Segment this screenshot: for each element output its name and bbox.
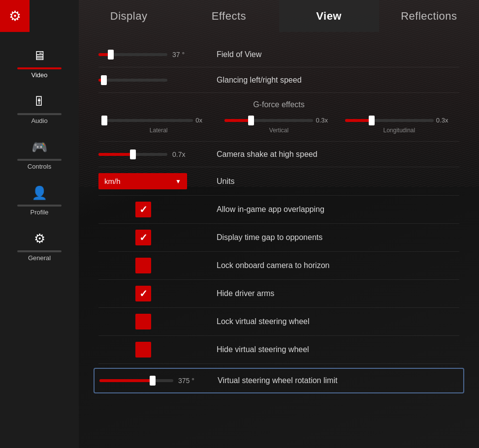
gforce-vertical-thumb[interactable] [248, 116, 254, 125]
gforce-longitudinal-fill [345, 119, 372, 122]
lock-steering-wheel-label: Lock virtual steering wheel [207, 317, 459, 326]
controls-bar [17, 159, 62, 161]
hide-driver-arms-checkbox[interactable]: ✓ [135, 286, 151, 301]
camera-shake-thumb[interactable] [130, 149, 136, 159]
hide-steering-wheel-label: Hide virtual steering wheel [207, 345, 459, 354]
gforce-longitudinal-value: 0.3x [436, 117, 453, 124]
units-dropdown[interactable]: km/h ▼ [98, 173, 187, 189]
sidebar: ⚙ 🖥 Video 🎚 Audio 🎮 Controls 👤 Profile ⚙ [0, 0, 79, 448]
gforce-lateral-item: 0x Lateral [98, 117, 219, 134]
steering-rotation-limit-row: 375 ° Virtual steering wheel rotation li… [94, 368, 464, 393]
lock-camera-horizon-control [98, 258, 207, 273]
field-of-view-thumb[interactable] [108, 50, 114, 60]
sidebar-item-profile[interactable]: 👤 Profile [0, 179, 79, 220]
glancing-speed-track [98, 79, 167, 82]
profile-label: Profile [31, 209, 49, 216]
gforce-vertical-item: 0.3x Vertical [219, 117, 339, 134]
field-of-view-row: 37 ° Field of View [98, 42, 459, 67]
general-icon: ⚙ [27, 229, 52, 248]
chevron-down-icon: ▼ [175, 178, 181, 185]
gforce-title: G-force effects [98, 100, 459, 109]
hide-driver-arms-label: Hide driver arms [207, 289, 459, 298]
gforce-lateral-thumb[interactable] [101, 116, 107, 125]
checkmark-icon: ✓ [139, 288, 148, 299]
profile-icon: 👤 [27, 183, 52, 203]
sidebar-item-controls[interactable]: 🎮 Controls [0, 133, 79, 174]
field-of-view-track [98, 53, 167, 56]
general-label: General [28, 254, 51, 262]
sidebar-item-audio[interactable]: 🎚 Audio [0, 88, 79, 128]
steering-rotation-limit-thumb[interactable] [150, 376, 156, 386]
tab-reflections[interactable]: Reflections [379, 0, 479, 32]
sidebar-item-video[interactable]: 🖥 Video [0, 42, 79, 83]
hide-steering-wheel-control [98, 342, 207, 358]
gforce-longitudinal-thumb[interactable] [369, 116, 375, 125]
controls-icon: 🎮 [27, 137, 52, 157]
lock-camera-horizon-row: Lock onboard camera to horizon [98, 252, 459, 280]
gforce-longitudinal-label: Longitudinal [383, 127, 415, 134]
camera-shake-fill [98, 153, 133, 156]
gforce-lateral-track [104, 119, 193, 122]
gforce-vertical-slider[interactable]: 0.3x [224, 117, 333, 124]
allow-app-overlapping-row: ✓ Allow in-game app overlapping [98, 196, 459, 224]
gforce-longitudinal-track [345, 119, 434, 122]
gforce-lateral-label: Lateral [150, 127, 168, 134]
camera-shake-slider[interactable]: 0.7x [98, 150, 197, 158]
gforce-vertical-track [224, 119, 313, 122]
sidebar-item-general[interactable]: ⚙ General [0, 225, 79, 266]
camera-shake-label: Camera shake at high speed [207, 150, 459, 159]
steering-rotation-limit-value: 375 ° [178, 377, 198, 385]
controls-label: Controls [28, 163, 51, 170]
checkmark-icon: ✓ [139, 232, 148, 243]
video-active-bar [17, 67, 62, 69]
general-bar [17, 250, 62, 252]
units-value: km/h [104, 177, 121, 185]
lock-steering-wheel-control [98, 314, 207, 329]
gforce-section: G-force effects 0x Lateral [98, 93, 459, 142]
gforce-controls: 0x Lateral 0.3x Vertical [98, 117, 459, 134]
checkmark-icon: ✓ [139, 204, 148, 215]
audio-label: Audio [31, 117, 47, 124]
units-row: km/h ▼ Units [98, 167, 459, 196]
gforce-longitudinal-item: 0.3x Longitudinal [339, 117, 459, 134]
lock-camera-horizon-checkbox[interactable] [135, 258, 151, 273]
allow-app-overlapping-checkbox[interactable]: ✓ [135, 202, 151, 217]
hide-steering-wheel-row: Hide virtual steering wheel [98, 336, 459, 364]
steering-rotation-limit-slider[interactable]: 375 ° [99, 377, 198, 385]
glancing-speed-thumb[interactable] [101, 75, 107, 85]
field-of-view-slider[interactable]: 37 ° [98, 51, 197, 59]
hide-steering-wheel-checkbox[interactable] [135, 342, 151, 358]
camera-shake-value: 0.7x [172, 150, 192, 158]
lock-camera-horizon-label: Lock onboard camera to horizon [207, 261, 459, 270]
glancing-speed-slider[interactable] [98, 79, 197, 82]
tab-display[interactable]: Display [79, 0, 179, 32]
lock-steering-wheel-row: Lock virtual steering wheel [98, 308, 459, 336]
hide-driver-arms-control: ✓ [98, 286, 207, 301]
gforce-lateral-value: 0x [195, 117, 213, 124]
steering-rotation-limit-control: 375 ° [99, 377, 208, 385]
gforce-lateral-slider[interactable]: 0x [104, 117, 213, 124]
lock-steering-wheel-checkbox[interactable] [135, 314, 151, 329]
gforce-vertical-value: 0.3x [316, 117, 333, 124]
display-time-gap-checkbox[interactable]: ✓ [135, 230, 151, 245]
tab-effects[interactable]: Effects [179, 0, 279, 32]
field-of-view-label: Field of View [207, 50, 459, 59]
display-time-gap-row: ✓ Display time gap to opponents [98, 224, 459, 252]
audio-icon: 🎚 [27, 91, 52, 111]
steering-rotation-limit-fill [99, 379, 153, 382]
camera-shake-row: 0.7x Camera shake at high speed [98, 142, 459, 167]
sidebar-nav: 🖥 Video 🎚 Audio 🎮 Controls 👤 Profile ⚙ G… [0, 32, 79, 266]
settings-gear-icon[interactable]: ⚙ [0, 0, 30, 32]
gforce-longitudinal-slider[interactable]: 0.3x [345, 117, 453, 124]
glancing-speed-label: Glancing left/right speed [207, 76, 459, 85]
units-label: Units [207, 177, 459, 186]
display-time-gap-label: Display time gap to opponents [207, 233, 459, 242]
allow-app-overlapping-label: Allow in-game app overlapping [207, 205, 459, 214]
camera-shake-control: 0.7x [98, 150, 207, 158]
gforce-vertical-fill [224, 119, 251, 122]
tab-view[interactable]: View [279, 0, 379, 32]
video-icon: 🖥 [27, 46, 52, 65]
gforce-vertical-label: Vertical [269, 127, 288, 134]
display-time-gap-control: ✓ [98, 230, 207, 245]
glancing-speed-control [98, 79, 207, 82]
